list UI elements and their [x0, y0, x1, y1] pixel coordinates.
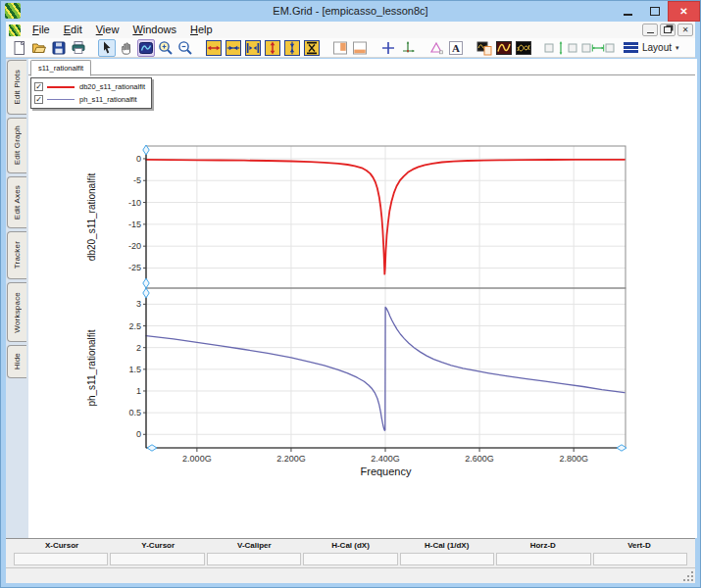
pan-hand-icon[interactable] — [118, 39, 135, 57]
menu-windows[interactable]: Windows — [125, 22, 183, 38]
shrink-y-icon[interactable] — [283, 39, 301, 57]
open-file-icon[interactable] — [30, 39, 48, 57]
menu-file[interactable]: File — [25, 22, 57, 38]
cursor-header-y-cursor: Y-Cursor — [110, 541, 206, 550]
cursor-header-v-caliper: V-Caliper — [206, 541, 302, 550]
y-tick-label: -15 — [128, 220, 141, 229]
select-arrow-icon[interactable] — [98, 39, 116, 57]
zoom-in-icon[interactable] — [157, 39, 175, 57]
sidebar-tab-label: Hide — [13, 353, 22, 369]
mdi-close-button[interactable]: ✕ — [677, 24, 693, 36]
minimize-button[interactable] — [615, 1, 641, 22]
sidebar-tab-tracker[interactable]: Tracker — [7, 231, 26, 279]
legend-label: ph_s11_rationalfit — [79, 95, 137, 104]
layout-menu-button[interactable]: Layout▾ — [624, 42, 679, 53]
print-icon[interactable] — [70, 39, 87, 57]
sidebar-tab-workspace[interactable]: Workspace — [7, 282, 26, 342]
mdi-minimize-icon — [647, 32, 654, 33]
x-tick-label: 2.200G — [276, 454, 306, 464]
expand-x-icon[interactable] — [205, 39, 223, 57]
workspace-area: Edit PlotsEdit GraphEdit AxesTrackerWork… — [6, 59, 697, 538]
legend-checkbox[interactable]: ✓ — [34, 95, 43, 104]
sidebar-tab-label: Tracker — [13, 241, 22, 269]
axis-handle[interactable] — [147, 445, 157, 451]
sidebar-tab-edit-plots[interactable]: Edit Plots — [7, 60, 26, 115]
copy-plot-icon[interactable] — [476, 39, 493, 57]
axes-tool-icon[interactable] — [399, 39, 417, 57]
status-bar — [6, 567, 695, 583]
legend-item: ✓db20_s11_rationalfit — [34, 80, 145, 93]
cursor-value-cell — [110, 553, 204, 565]
menu-edit[interactable]: Edit — [57, 22, 89, 38]
y-tick-label: 1 — [136, 386, 141, 396]
sidebar-tab-label: Edit Axes — [13, 185, 22, 220]
sidebar-tab-edit-axes[interactable]: Edit Axes — [7, 176, 26, 228]
y-tick-label: -5 — [133, 175, 141, 185]
x-tick-label: 2.800G — [559, 454, 588, 464]
delta-marker-icon[interactable] — [427, 39, 445, 57]
y-tick-label: 3 — [136, 299, 141, 309]
y-tick-label: 0.5 — [128, 408, 141, 417]
plot-area[interactable]: 0-5-10-15-20-2532.521.510.502.000G2.200G… — [28, 59, 697, 522]
legend-checkbox[interactable]: ✓ — [34, 82, 43, 91]
axis-handle[interactable] — [143, 278, 149, 288]
mdi-restore-icon — [664, 26, 672, 33]
y-tick-label: -20 — [128, 241, 141, 251]
mdi-close-icon: ✕ — [682, 26, 689, 34]
sidebar-tab-hide[interactable]: Hide — [7, 345, 26, 378]
menu-view[interactable]: View — [89, 22, 126, 38]
save-icon[interactable] — [50, 39, 68, 57]
resize-grip[interactable] — [683, 571, 694, 582]
fit-y-icon[interactable] — [303, 39, 321, 57]
zoom-out-icon[interactable] — [176, 39, 194, 57]
menu-help[interactable]: Help — [183, 22, 220, 38]
legend-label: db20_s11_rationalfit — [79, 82, 145, 91]
cursor-header-horz-d: Horz-D — [495, 541, 591, 550]
new-document-icon[interactable] — [11, 39, 28, 57]
app-window: EM.Grid - [empicasso_lesson8c] ✕ FileEdi… — [0, 0, 701, 588]
close-icon: ✕ — [679, 6, 687, 17]
legend-line-sample — [47, 86, 75, 88]
close-button[interactable]: ✕ — [668, 1, 700, 22]
sidebar-tabs: Edit PlotsEdit GraphEdit AxesTrackerWork… — [6, 59, 28, 538]
add-marker-icon[interactable] — [379, 39, 397, 57]
plot-style-black-icon[interactable] — [515, 39, 532, 57]
cursor-value-cell — [400, 553, 494, 565]
x-tick-label: 2.000G — [182, 454, 212, 464]
sidebar-tab-label: Edit Graph — [13, 125, 22, 165]
page-row-icon[interactable] — [351, 39, 369, 57]
zoom-window-icon[interactable] — [137, 39, 155, 57]
y-tick-label: 0 — [136, 154, 141, 164]
title-bar: EM.Grid - [empicasso_lesson8c] ✕ — [1, 1, 700, 22]
plot-style-dark-icon[interactable] — [495, 39, 513, 57]
layout-icon — [624, 42, 638, 53]
page-column-icon[interactable] — [331, 39, 349, 57]
align-horizontal-icon[interactable] — [580, 39, 616, 57]
align-vertical-icon[interactable] — [543, 39, 578, 57]
y-axis-title: ph_s11_rationalfit — [86, 329, 97, 406]
shrink-x-icon[interactable] — [225, 39, 242, 57]
x-axis-title: Frequency — [361, 466, 412, 477]
y-tick-label: 2.5 — [128, 321, 141, 331]
layout-label: Layout — [642, 42, 672, 53]
mdi-restore-button[interactable] — [660, 24, 676, 36]
expand-y-icon[interactable] — [264, 39, 281, 57]
svg-text:A: A — [452, 41, 460, 53]
mdi-minimize-button[interactable] — [642, 24, 658, 36]
y-tick-label: 2 — [136, 343, 141, 353]
cursor-value-cell — [593, 553, 687, 565]
cursor-value-cell — [303, 553, 397, 565]
x-tick-label: 2.600G — [465, 454, 494, 464]
text-label-icon[interactable]: A — [447, 39, 465, 57]
plot-legend: ✓db20_s11_rationalfit✓ph_s11_rationalfit — [30, 77, 152, 109]
y-tick-label: 1.5 — [128, 365, 141, 374]
toolbar: ALayout▾ — [6, 38, 695, 58]
y-tick-label: 0 — [136, 429, 141, 439]
fit-x-icon[interactable] — [244, 39, 262, 57]
maximize-button[interactable] — [641, 1, 668, 22]
legend-line-sample — [47, 99, 75, 100]
cursor-value-cell — [496, 553, 590, 565]
axis-handle[interactable] — [143, 288, 149, 298]
cursor-header-h-cal-dx-: H-Cal (dX) — [302, 541, 398, 550]
sidebar-tab-edit-graph[interactable]: Edit Graph — [7, 118, 26, 173]
